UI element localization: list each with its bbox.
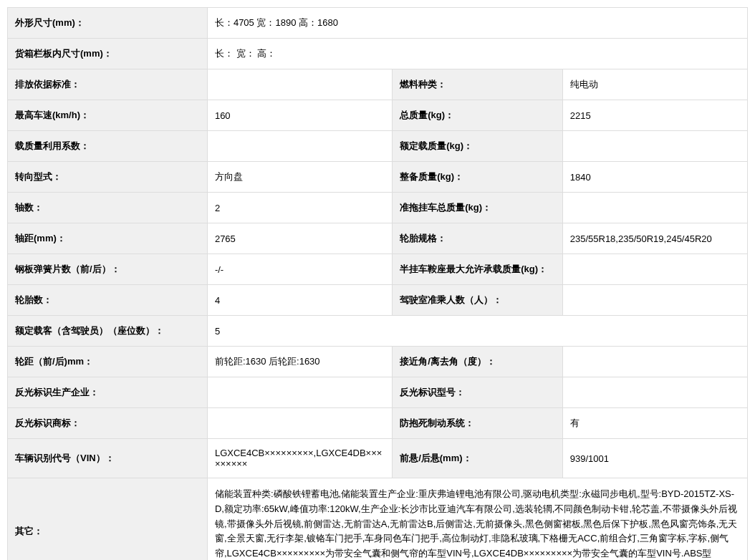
table-row: 轮胎数： 4 驾驶室准乘人数（人）： [8, 285, 748, 316]
cargo-value: 长： 宽： 高： [207, 39, 747, 69]
overhang-value: 939/1001 [562, 439, 747, 478]
approach-value [562, 347, 747, 377]
abs-value: 有 [562, 408, 747, 439]
table-row: 反光标识商标： 防抱死制动系统： 有 [8, 408, 748, 439]
table-row: 其它： 储能装置种类:磷酸铁锂蓄电池,储能装置生产企业:重庆弗迪锂电池有限公司,… [8, 478, 748, 561]
rated-load-value [562, 131, 747, 162]
table-row: 货箱栏板内尺寸(mm)： 长： 宽： 高： [8, 39, 748, 69]
cab-label: 驾驶室准乘人数（人）： [393, 285, 563, 316]
tire-count-value: 4 [207, 285, 392, 316]
emission-label: 排放依据标准： [8, 69, 208, 100]
vehicle-spec-table: 外形尺寸(mm)： 长：4705 宽：1890 高：1680 货箱栏板内尺寸(m… [7, 7, 748, 560]
spring-label: 钢板弹簧片数（前/后）： [8, 254, 208, 285]
curb-label: 整备质量(kg)： [393, 162, 563, 193]
table-row: 反光标识生产企业： 反光标识型号： [8, 377, 748, 408]
table-row: 轮距（前/后)mm： 前轮距:1630 后轮距:1630 接近角/离去角（度）： [8, 347, 748, 377]
wheelbase-label: 轴距(mm)： [8, 223, 208, 254]
track-value: 前轮距:1630 后轮距:1630 [207, 347, 392, 377]
table-row: 轴距(mm)： 2765 轮胎规格： 235/55R18,235/50R19,2… [8, 223, 748, 254]
speed-label: 最高车速(km/h)： [8, 100, 208, 131]
spring-value: -/- [207, 254, 392, 285]
axle-label: 轴数： [8, 193, 208, 223]
gross-value: 2215 [562, 100, 747, 131]
curb-value: 1840 [562, 162, 747, 193]
refl-mfr-label: 反光标识生产企业： [8, 377, 208, 408]
saddle-label: 半挂车鞍座最大允许承载质量(kg)： [393, 254, 563, 285]
table-row: 载质量利用系数： 额定载质量(kg)： [8, 131, 748, 162]
abs-label: 防抱死制动系统： [393, 408, 563, 439]
trailer-value [562, 193, 747, 223]
other-label: 其它： [8, 478, 208, 561]
refl-model-value [562, 377, 747, 408]
refl-mfr-value [207, 377, 392, 408]
steering-value: 方向盘 [207, 162, 392, 193]
tire-spec-value: 235/55R18,235/50R19,245/45R20 [562, 223, 747, 254]
cargo-label: 货箱栏板内尺寸(mm)： [8, 39, 208, 69]
steering-label: 转向型式： [8, 162, 208, 193]
load-coef-label: 载质量利用系数： [8, 131, 208, 162]
dim-value: 长：4705 宽：1890 高：1680 [207, 8, 747, 39]
refl-model-label: 反光标识型号： [393, 377, 563, 408]
refl-tm-value [207, 408, 392, 439]
load-coef-value [207, 131, 392, 162]
table-row: 车辆识别代号（VIN）： LGXCE4CB×××××××××,LGXCE4DB×… [8, 439, 748, 478]
other-value: 储能装置种类:磷酸铁锂蓄电池,储能装置生产企业:重庆弗迪锂电池有限公司,驱动电机… [207, 478, 747, 561]
tire-count-label: 轮胎数： [8, 285, 208, 316]
tire-spec-label: 轮胎规格： [393, 223, 563, 254]
table-row: 转向型式： 方向盘 整备质量(kg)： 1840 [8, 162, 748, 193]
passenger-label: 额定载客（含驾驶员）（座位数）： [8, 316, 208, 347]
passenger-value: 5 [207, 316, 747, 347]
table-row: 外形尺寸(mm)： 长：4705 宽：1890 高：1680 [8, 8, 748, 39]
table-row: 轴数： 2 准拖挂车总质量(kg)： [8, 193, 748, 223]
wheelbase-value: 2765 [207, 223, 392, 254]
refl-tm-label: 反光标识商标： [8, 408, 208, 439]
fuel-value: 纯电动 [562, 69, 747, 100]
rated-load-label: 额定载质量(kg)： [393, 131, 563, 162]
overhang-label: 前悬/后悬(mm)： [393, 439, 563, 478]
gross-label: 总质量(kg)： [393, 100, 563, 131]
table-row: 排放依据标准： 燃料种类： 纯电动 [8, 69, 748, 100]
table-row: 钢板弹簧片数（前/后）： -/- 半挂车鞍座最大允许承载质量(kg)： [8, 254, 748, 285]
dim-label: 外形尺寸(mm)： [8, 8, 208, 39]
speed-value: 160 [207, 100, 392, 131]
cab-value [562, 285, 747, 316]
approach-label: 接近角/离去角（度）： [393, 347, 563, 377]
table-row: 最高车速(km/h)： 160 总质量(kg)： 2215 [8, 100, 748, 131]
table-row: 额定载客（含驾驶员）（座位数）： 5 [8, 316, 748, 347]
emission-value [207, 69, 392, 100]
vin-value: LGXCE4CB×××××××××,LGXCE4DB××××××××× [207, 439, 392, 478]
trailer-label: 准拖挂车总质量(kg)： [393, 193, 563, 223]
saddle-value [562, 254, 747, 285]
vin-label: 车辆识别代号（VIN）： [8, 439, 208, 478]
axle-value: 2 [207, 193, 392, 223]
track-label: 轮距（前/后)mm： [8, 347, 208, 377]
fuel-label: 燃料种类： [393, 69, 563, 100]
